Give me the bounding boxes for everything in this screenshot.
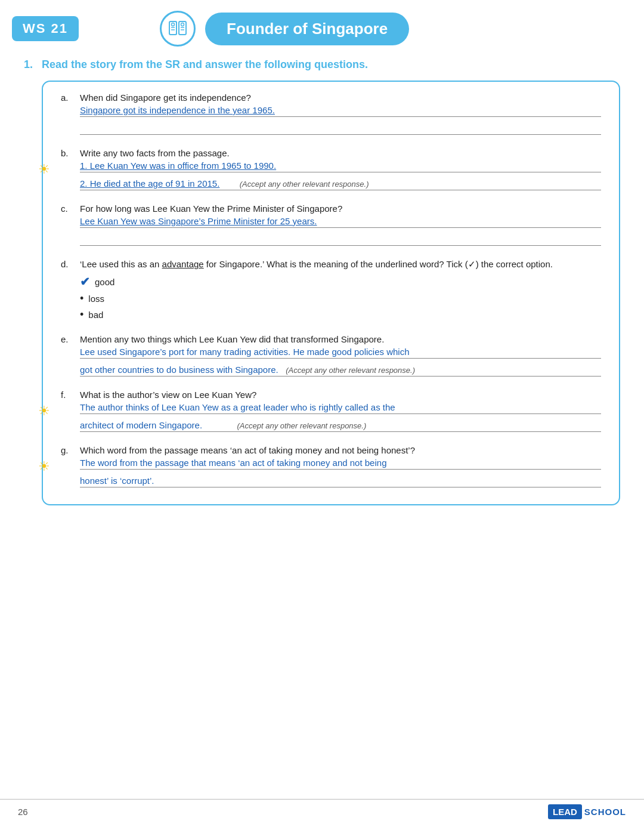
q-letter-c: c.	[61, 203, 74, 214]
answer-block-b: 1. Lee Kuan Yew was in office from 1965 …	[80, 161, 601, 190]
q-letter-g: g.	[61, 445, 74, 455]
svg-point-3	[172, 23, 175, 26]
bullet-bad: •	[80, 308, 83, 321]
main-content: 1. Read the story from the SR and answer…	[0, 53, 644, 511]
page-header: WS 21 Founder of Singapore	[0, 0, 644, 53]
sun-icon-g: ☀	[38, 459, 50, 474]
section-instruction: 1. Read the story from the SR and answer…	[24, 58, 620, 71]
question-a: a. When did Singapore get its independen…	[61, 92, 601, 135]
answer-line-c2	[80, 234, 601, 246]
question-box: a. When did Singapore get its independen…	[42, 81, 620, 505]
ws-badge: WS 21	[12, 16, 79, 41]
answer-line-e2: got other countries to do business with …	[80, 365, 601, 376]
question-g: ☀ g. Which word from the passage means ‘…	[61, 445, 601, 487]
q-text-b: Write any two facts from the passage.	[80, 148, 601, 158]
answer-line-a1: Singapore got its independence in the ye…	[80, 105, 601, 117]
answer-text-c1: Lee Kuan Yew was Singapore’s Prime Minis…	[80, 216, 317, 226]
page-number: 26	[18, 807, 28, 817]
sun-icon-b: ☀	[38, 162, 50, 177]
accept-note-f: (Accept any other relevant response.)	[237, 421, 366, 430]
q-text-a: When did Singapore get its independence?	[80, 92, 601, 103]
svg-point-6	[181, 23, 184, 26]
answer-block-a: Singapore got its independence in the ye…	[80, 105, 601, 135]
question-e: e. Mention any two things which Lee Kuan…	[61, 334, 601, 376]
accept-note-b: (Accept any other relevant response.)	[240, 180, 369, 189]
options-list-d: ✔ good • loss • bad	[80, 274, 601, 321]
q-text-g: Which word from the passage means ‘an ac…	[80, 445, 601, 455]
tick-checkmark: ✔	[80, 274, 90, 289]
answer-text-f1: The author thinks of Lee Kuan Yew as a g…	[80, 402, 395, 412]
q-letter-a: a.	[61, 92, 74, 103]
svg-rect-1	[179, 21, 186, 35]
page-title: Founder of Singapore	[205, 13, 409, 45]
q-letter-e: e.	[61, 334, 74, 344]
q-text-f: What is the author’s view on Lee Kuan Ye…	[80, 390, 601, 400]
lead-label: LEAD	[548, 804, 582, 819]
option-bad: • bad	[80, 308, 601, 321]
option-good-label: good	[95, 277, 114, 287]
answer-text-b2: 2. He died at the age of 91 in 2015.	[80, 178, 219, 189]
answer-block-g: The word from the passage that means ‘an…	[80, 458, 601, 487]
sun-icon-f: ☀	[38, 403, 50, 419]
header-icon	[160, 11, 196, 47]
answer-text-e2: got other countries to do business with …	[80, 365, 278, 375]
answer-text-g1: The word from the passage that means ‘an…	[80, 458, 386, 468]
q-text-e: Mention any two things which Lee Kuan Ye…	[80, 334, 601, 344]
answer-line-c1: Lee Kuan Yew was Singapore’s Prime Minis…	[80, 216, 601, 228]
accept-note-e: (Accept any other relevant response.)	[286, 366, 415, 375]
option-bad-label: bad	[88, 310, 103, 320]
question-b: ☀ b. Write any two facts from the passag…	[61, 148, 601, 190]
option-good: ✔ good	[80, 274, 601, 289]
answer-line-f2: architect of modern Singapore. (Accept a…	[80, 420, 601, 432]
answer-block-f: The author thinks of Lee Kuan Yew as a g…	[80, 402, 601, 432]
footer-logo: LEAD SCHOOL	[548, 804, 626, 819]
underlined-word: advantage	[162, 259, 204, 269]
q-text-c: For how long was Lee Kuan Yew the Prime …	[80, 203, 601, 214]
q-letter-f: f.	[61, 390, 74, 400]
section-text: Read the story from the SR and answer th…	[42, 58, 368, 70]
q-text-d: ‘Lee used this as an advantage for Singa…	[80, 259, 601, 270]
answer-block-c: Lee Kuan Yew was Singapore’s Prime Minis…	[80, 216, 601, 246]
bullet-loss: •	[80, 292, 83, 305]
answer-line-b1: 1. Lee Kuan Yew was in office from 1965 …	[80, 161, 601, 172]
question-d: d. ‘Lee used this as an advantage for Si…	[61, 259, 601, 321]
q-letter-b: b.	[61, 148, 74, 158]
answer-text-e1: Lee used Singapore’s port for many tradi…	[80, 347, 410, 357]
option-loss-label: loss	[88, 294, 104, 304]
answer-block-e: Lee used Singapore’s port for many tradi…	[80, 347, 601, 376]
page-footer: 26 LEAD SCHOOL	[0, 799, 644, 824]
school-label: SCHOOL	[584, 807, 626, 817]
question-c: c. For how long was Lee Kuan Yew the Pri…	[61, 203, 601, 246]
option-loss: • loss	[80, 292, 601, 305]
answer-line-a2	[80, 123, 601, 135]
q-letter-d: d.	[61, 259, 74, 270]
answer-text-b1: 1. Lee Kuan Yew was in office from 1965 …	[80, 161, 276, 171]
svg-rect-0	[169, 21, 177, 35]
answer-line-e1: Lee used Singapore’s port for many tradi…	[80, 347, 601, 359]
answer-text-g2: honest’ is ‘corrupt’.	[80, 476, 154, 486]
answer-text-f2: architect of modern Singapore.	[80, 420, 202, 430]
answer-line-g1: The word from the passage that means ‘an…	[80, 458, 601, 470]
answer-line-f1: The author thinks of Lee Kuan Yew as a g…	[80, 402, 601, 414]
answer-line-b2: 2. He died at the age of 91 in 2015. (Ac…	[80, 178, 601, 190]
section-number: 1.	[24, 58, 33, 70]
answer-text-a1: Singapore got its independence in the ye…	[80, 105, 275, 115]
answer-line-g2: honest’ is ‘corrupt’.	[80, 476, 601, 487]
rc-icon	[167, 18, 188, 39]
question-f: ☀ f. What is the author’s view on Lee Ku…	[61, 390, 601, 432]
